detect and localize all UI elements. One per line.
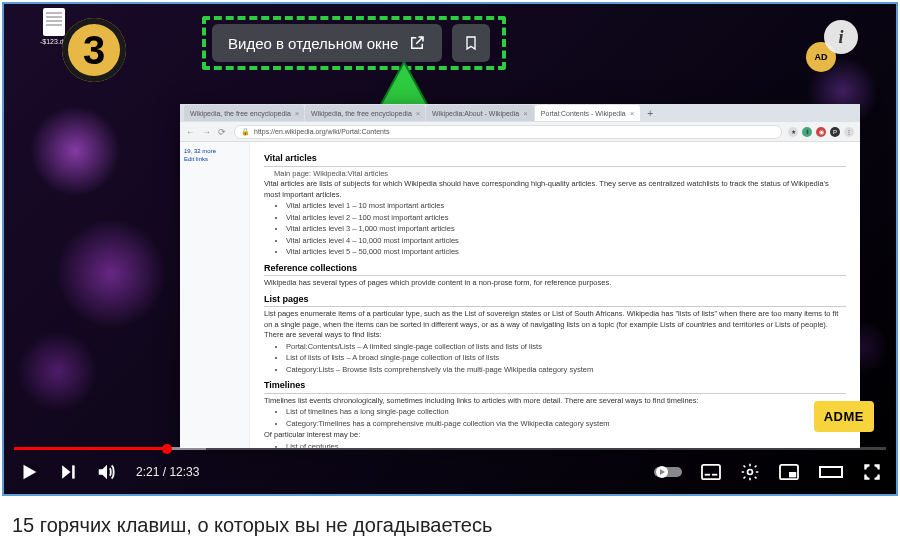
picture-in-picture-button[interactable]: Видео в отдельном окне: [212, 24, 442, 62]
list-item: Vital articles level 2 – 100 most import…: [286, 213, 846, 224]
lock-icon: 🔒: [241, 128, 250, 136]
pip-label: Видео в отдельном окне: [228, 35, 398, 52]
listpages-description: List pages enumerate items of a particul…: [264, 309, 846, 341]
time-display: 2:21 / 12:33: [136, 465, 199, 479]
miniplayer-button[interactable]: [778, 463, 800, 481]
volume-button[interactable]: [96, 461, 118, 483]
svg-marker-4: [99, 465, 107, 480]
list-item: Vital articles level 3 – 1,000 most impo…: [286, 224, 846, 235]
svg-point-11: [748, 470, 753, 475]
svg-rect-13: [789, 472, 796, 477]
close-icon[interactable]: ×: [523, 109, 528, 118]
browser-window: Wikipedia, the free encyclopedia× Wikipe…: [180, 104, 860, 448]
list-item: Portal:Contents/Lists – A limited single…: [286, 342, 846, 353]
list-item: List of lists of lists – A broad single-…: [286, 353, 846, 364]
duration: 12:33: [169, 465, 199, 479]
list-item: Vital articles level 5 – 50,000 most imp…: [286, 247, 846, 258]
ext-icon[interactable]: ⬇: [802, 127, 812, 137]
svg-rect-8: [702, 465, 720, 479]
url-text: https://en.wikipedia.org/wiki/Portal:Con…: [254, 128, 389, 135]
play-button[interactable]: [18, 461, 40, 483]
list-item: Category:Timelines has a comprehensive m…: [286, 419, 846, 430]
theater-button[interactable]: [818, 463, 844, 481]
settings-button[interactable]: [740, 462, 760, 482]
back-icon[interactable]: ←: [186, 127, 196, 137]
heading-vital: Vital articles: [264, 152, 846, 167]
of-interest: Of particular interest may be:: [264, 430, 846, 441]
next-button[interactable]: [58, 462, 78, 482]
svg-rect-14: [820, 467, 842, 477]
heading-timelines: Timelines: [264, 379, 846, 394]
external-window-icon: [408, 34, 426, 52]
reload-icon[interactable]: ⟳: [218, 127, 228, 137]
browser-addressbar: ← → ⟳ 🔒 https://en.wikipedia.org/wiki/Po…: [180, 122, 860, 142]
svg-rect-10: [712, 474, 717, 476]
heading-reference: Reference collections: [264, 262, 846, 277]
forward-icon[interactable]: →: [202, 127, 212, 137]
fullscreen-button[interactable]: [862, 462, 882, 482]
new-tab-button[interactable]: +: [641, 106, 659, 121]
bookmark-button[interactable]: [452, 24, 490, 62]
list-item: List of timelines has a long single-page…: [286, 407, 846, 418]
browser-tabbar: Wikipedia, the free encyclopedia× Wikipe…: [180, 104, 860, 122]
wiki-sidebar: 19, 32 more Edit links: [180, 142, 250, 448]
svg-marker-2: [62, 465, 70, 478]
player-controls: 2:21 / 12:33: [4, 450, 896, 494]
autoplay-toggle[interactable]: [654, 465, 682, 479]
timelines-description: Timelines list events chronologically, s…: [264, 396, 846, 407]
current-time: 2:21: [136, 465, 159, 479]
close-icon[interactable]: ×: [295, 109, 300, 118]
svg-rect-3: [72, 465, 75, 478]
url-input[interactable]: 🔒 https://en.wikipedia.org/wiki/Portal:C…: [234, 125, 782, 139]
vital-mainpage: Main page: Wikipedia:Vital articles: [274, 169, 846, 180]
vital-description: Vital articles are lists of subjects for…: [264, 179, 846, 200]
wiki-content: Vital articles Main page: Wikipedia:Vita…: [250, 142, 860, 448]
browser-tab[interactable]: Wikipedia, the free encyclopedia×: [184, 105, 304, 121]
close-icon[interactable]: ×: [630, 109, 635, 118]
ext-icon[interactable]: ◉: [816, 127, 826, 137]
channel-watermark[interactable]: ADME: [814, 401, 874, 432]
svg-marker-1: [24, 465, 37, 480]
sidebar-expand[interactable]: 19, 32 more: [184, 148, 245, 154]
listpages-list: Portal:Contents/Lists – A limited single…: [286, 342, 846, 376]
list-item: Category:Lists – Browse lists comprehens…: [286, 365, 846, 376]
subtitles-button[interactable]: [700, 463, 722, 481]
video-title[interactable]: 15 горячих клавиш, о которых вы не догад…: [0, 498, 900, 537]
ext-icon[interactable]: ★: [788, 127, 798, 137]
video-player[interactable]: -$123.docx 3 AD i Видео в отдельном окне…: [4, 4, 896, 494]
list-item: Vital articles level 1 – 10 most importa…: [286, 201, 846, 212]
info-card-icon[interactable]: i: [824, 20, 858, 54]
bookmark-icon: [463, 34, 479, 52]
close-icon[interactable]: ×: [416, 109, 421, 118]
timelines-list: List of timelines has a long single-page…: [286, 407, 846, 429]
browser-tab[interactable]: Wikipedia:About - Wikipedia×: [426, 105, 534, 121]
browser-tab-active[interactable]: Portal:Contents - Wikipedia×: [535, 105, 641, 121]
ext-icon[interactable]: P: [830, 127, 840, 137]
list-item: Vital articles level 4 – 10,000 most imp…: [286, 236, 846, 247]
browser-tab[interactable]: Wikipedia, the free encyclopedia×: [305, 105, 425, 121]
sidebar-edit-links[interactable]: Edit links: [184, 156, 245, 162]
svg-rect-9: [705, 474, 710, 476]
number-badge: 3: [62, 18, 126, 82]
vital-list: Vital articles level 1 – 10 most importa…: [286, 201, 846, 258]
heading-listpages: List pages: [264, 293, 846, 308]
reference-description: Wikipedia has several types of pages whi…: [264, 278, 846, 289]
menu-icon[interactable]: ⋮: [844, 127, 854, 137]
